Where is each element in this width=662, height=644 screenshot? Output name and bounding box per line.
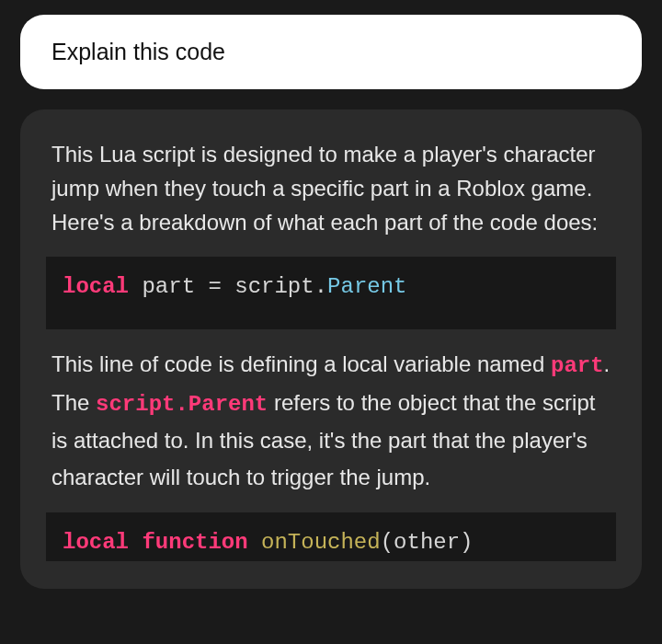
- code-block-1[interactable]: local part = script.Parent: [46, 257, 616, 330]
- assistant-message: This Lua script is designed to make a pl…: [20, 109, 642, 589]
- code-token-paren: (: [381, 530, 394, 555]
- assistant-explain-paragraph: This line of code is defining a local va…: [51, 346, 611, 495]
- code-token-keyword: local: [63, 530, 129, 555]
- code-token-paren: ): [460, 530, 473, 555]
- code-block-2[interactable]: local function onTouched(other): [46, 512, 616, 562]
- inline-code-scriptparent: script.Parent: [96, 392, 268, 417]
- user-message: Explain this code: [20, 15, 642, 89]
- code-token-dot: .: [314, 274, 327, 299]
- code-token-keyword: function: [142, 530, 247, 555]
- text-segment: This line of code is defining a local va…: [51, 351, 551, 376]
- code-token-ident: script: [234, 274, 314, 299]
- code-token-ident: part: [129, 274, 208, 299]
- code-token-property: Parent: [327, 274, 406, 299]
- code-token-operator: =: [208, 274, 234, 299]
- code-token-keyword: local: [63, 274, 129, 299]
- code-token-space: [248, 530, 261, 555]
- code-token-param: other: [394, 530, 460, 555]
- inline-code-part: part: [551, 353, 604, 378]
- code-token-space: [129, 530, 142, 555]
- code-token-function-name: onTouched: [261, 530, 381, 555]
- user-message-text: Explain this code: [51, 39, 611, 65]
- assistant-intro-paragraph: This Lua script is designed to make a pl…: [51, 137, 611, 240]
